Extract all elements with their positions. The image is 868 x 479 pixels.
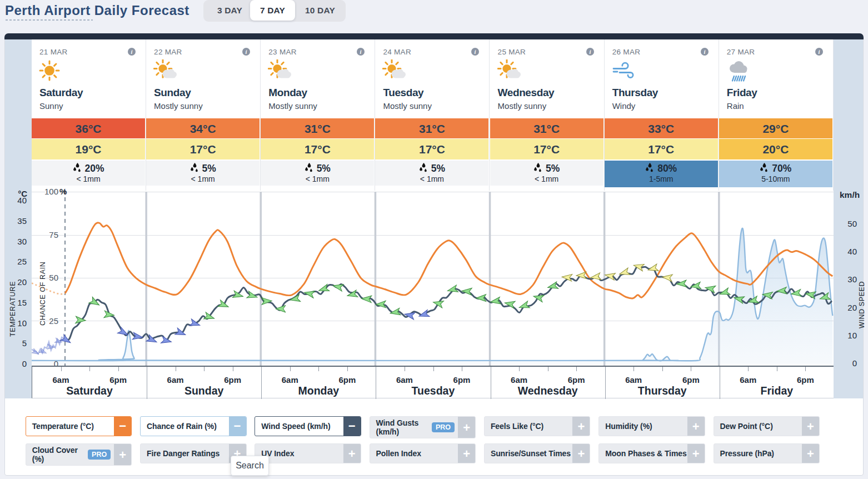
svg-text:i: i — [131, 49, 133, 55]
svg-text:i: i — [818, 49, 820, 55]
svg-text:i: i — [589, 49, 591, 55]
svg-text:i: i — [704, 49, 705, 55]
svg-text:i: i — [246, 49, 247, 55]
svg-text:i: i — [475, 49, 476, 55]
svg-text:i: i — [360, 49, 362, 55]
